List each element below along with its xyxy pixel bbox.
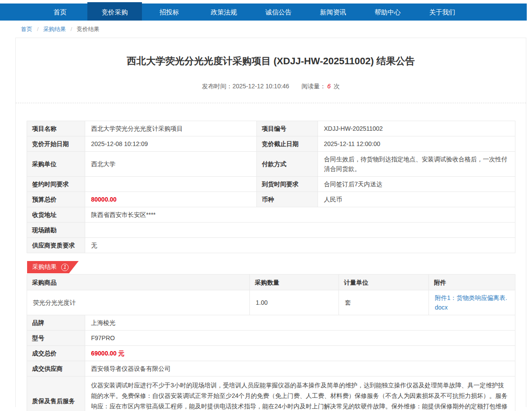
model-value: F97PRO	[85, 331, 515, 346]
table-row: 供应商资质要求 无	[27, 238, 515, 253]
table-row: 项目名称 西北大学荧光分光光度计采购项目 项目编号 XDJJ-HW-202511…	[27, 121, 515, 136]
product-quantity: 1.00	[249, 290, 339, 315]
views-count: 6	[327, 83, 331, 90]
info-label: 现场踏勘	[27, 223, 85, 238]
info-value: 人民币	[318, 192, 515, 207]
info-label: 供应商资质要求	[27, 238, 85, 253]
publish-time-value: 2025-12-12 10:10:46	[232, 83, 289, 90]
info-value	[85, 177, 256, 192]
column-header-attachment: 附件	[428, 275, 515, 290]
info-value: 2025-12-11 12:00:00	[318, 136, 515, 152]
info-value: 西北大学荧光分光光度计采购项目	[85, 121, 256, 136]
table-row: 收货地址 陕西省西安市长安区****	[27, 207, 515, 223]
table-row: 现场踏勘	[27, 223, 515, 238]
nav-item-integrity-notice[interactable]: 诚信公告	[251, 3, 306, 21]
table-row: 采购单位 西北大学 付款方式 合同生效后，待货物到达指定地点、安装调试验收合格后…	[27, 152, 515, 177]
info-value: 无	[85, 238, 515, 253]
page-title: 西北大学荧光分光光度计采购项目 (XDJJ-HW-202511002) 结果公告	[16, 38, 526, 68]
breadcrumb-separator: /	[37, 26, 39, 32]
breadcrumb-current-bidding-results: 竞价结果	[77, 26, 100, 32]
purchase-result-tag-label: 采购结果	[32, 263, 57, 271]
info-label: 项目名称	[27, 121, 85, 136]
project-info-table: 项目名称 西北大学荧光分光光度计采购项目 项目编号 XDJJ-HW-202511…	[27, 121, 515, 253]
nav-item-home[interactable]: 首页	[33, 3, 87, 21]
info-value: 合同生效后，待货物到达指定地点、安装调试验收合格后，一次性付清合同货款。	[318, 152, 515, 177]
purchase-result-index-badge: 1	[61, 264, 69, 271]
info-label: 预算总价	[27, 192, 85, 207]
brand-value: 上海棱光	[85, 315, 515, 331]
info-label: 币种	[256, 192, 318, 207]
info-label: 付款方式	[256, 152, 318, 177]
nav-item-news[interactable]: 新闻资讯	[306, 3, 360, 21]
nav-item-policies[interactable]: 政策法规	[197, 3, 251, 21]
column-header-quantity: 采购数量	[249, 275, 339, 290]
table-row: 型号 F97PRO	[27, 331, 515, 346]
top-navigation: 首页 竞价采购 招投标 政策法规 诚信公告 新闻资讯 帮助中心 关于我们	[0, 3, 527, 21]
dashed-divider	[16, 103, 526, 103]
warranty-service-value: 仪器安装调试时应进行不少于3小时的现场培训，受培训人员应能掌握仪器的基本操作及简…	[85, 376, 515, 411]
attachment-link[interactable]: 附件1：货物类响应偏离表.docx	[435, 294, 508, 311]
announcement-card: 西北大学荧光分光光度计采购项目 (XDJJ-HW-202511002) 结果公告…	[15, 38, 526, 407]
info-value: 2025-12-08 10:12:09	[85, 136, 256, 152]
table-row: 成交供应商 西安领导者仪器设备有限公司	[27, 361, 515, 376]
product-unit: 套	[339, 290, 428, 315]
info-value: 合同签订后7天内送达	[318, 177, 515, 192]
column-header-unit: 计量单位	[339, 275, 428, 290]
budget-total-value: 80000.00	[85, 192, 256, 207]
nav-item-about-us[interactable]: 关于我们	[415, 3, 470, 21]
detail-label: 型号	[27, 331, 85, 346]
info-value	[85, 223, 515, 238]
breadcrumb: 首页 / 采购结果 / 竞价结果	[0, 21, 532, 38]
table-row: 预算总价 80000.00 币种 人民币	[27, 192, 515, 207]
info-value: 西北大学	[85, 152, 256, 177]
info-label: 竞价截止日期	[256, 136, 318, 152]
info-value: 陕西省西安市长安区****	[85, 207, 515, 223]
winning-supplier-value: 西安领导者仪器设备有限公司	[85, 361, 515, 376]
info-label: 签约时间要求	[27, 177, 85, 192]
table-row: 质保及售后服务 仪器安装调试时应进行不少于3小时的现场培训，受培训人员应能掌握仪…	[27, 376, 515, 411]
views-label: 阅读量：	[301, 83, 326, 90]
breadcrumb-purchase-results[interactable]: 采购结果	[43, 26, 66, 32]
nav-item-help-center[interactable]: 帮助中心	[360, 3, 415, 21]
info-label: 项目编号	[256, 121, 318, 136]
column-header-product: 采购商品	[27, 275, 249, 290]
detail-label: 成交总价	[27, 346, 85, 361]
table-row: 签约时间要求 到货时间要求 合同签订后7天内送达	[27, 177, 515, 192]
info-label: 采购单位	[27, 152, 85, 177]
publish-time-label: 发布时间：	[202, 83, 232, 90]
nav-item-bidding-purchase[interactable]: 竞价采购	[87, 3, 142, 21]
purchase-result-tag: 采购结果 1	[27, 261, 79, 273]
detail-label: 质保及售后服务	[27, 376, 85, 411]
info-value: XDJJ-HW-202511002	[318, 121, 515, 136]
breadcrumb-home[interactable]: 首页	[21, 26, 32, 32]
info-label: 收货地址	[27, 207, 85, 223]
info-label: 竞价开始日期	[27, 136, 85, 152]
deal-total-price-value: 69000.00 元	[85, 346, 515, 361]
result-detail-table: 品牌 上海棱光 型号 F97PRO 成交总价 69000.00 元 成交供应商 …	[27, 315, 515, 411]
detail-label: 成交供应商	[27, 361, 85, 376]
product-name: 荧光分光光度计	[27, 290, 249, 315]
detail-label: 品牌	[27, 315, 85, 331]
info-label: 到货时间要求	[256, 177, 318, 192]
product-table: 采购商品 采购数量 计量单位 附件 荧光分光光度计 1.00 套 附件1：货物类…	[27, 274, 515, 315]
table-row: 竞价开始日期 2025-12-08 10:12:09 竞价截止日期 2025-1…	[27, 136, 515, 152]
table-header-row: 采购商品 采购数量 计量单位 附件	[27, 275, 515, 290]
table-row: 品牌 上海棱光	[27, 315, 515, 331]
table-row: 荧光分光光度计 1.00 套 附件1：货物类响应偏离表.docx	[27, 290, 515, 315]
breadcrumb-separator: /	[71, 26, 73, 32]
views-unit: 次	[334, 83, 340, 90]
nav-item-tender[interactable]: 招投标	[142, 3, 197, 21]
publish-meta: 发布时间：2025-12-12 10:10:46阅读量：6 次	[16, 83, 526, 91]
table-row: 成交总价 69000.00 元	[27, 346, 515, 361]
